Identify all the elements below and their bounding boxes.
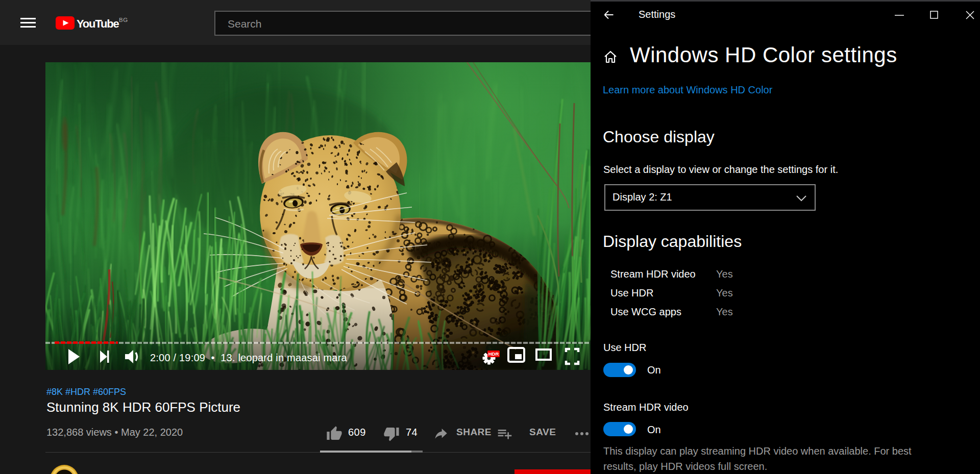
svg-text:BG: BG [119, 17, 128, 23]
svg-text:YouTube: YouTube [77, 17, 119, 30]
